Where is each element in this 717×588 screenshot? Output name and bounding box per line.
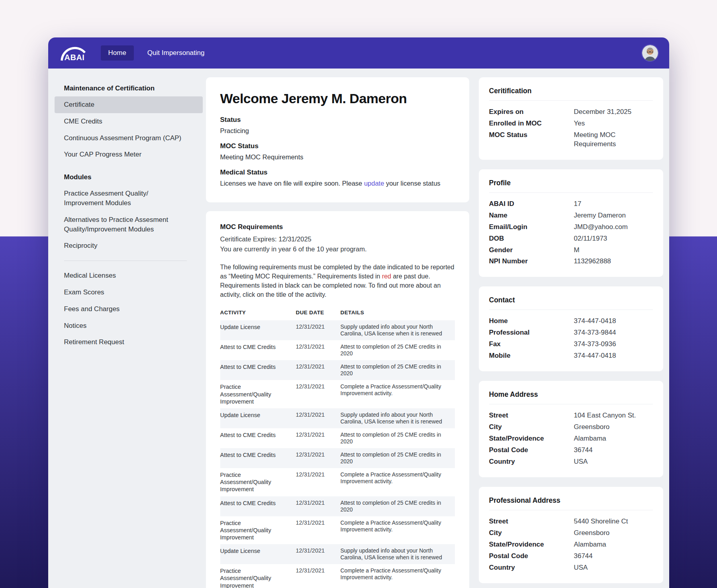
details-cell: Complete a Practice Assessment/Quality I… xyxy=(341,471,451,493)
profile-card-title: Profile xyxy=(489,179,653,193)
sidebar-item-exam-scores[interactable]: Exam Scores xyxy=(55,284,203,301)
info-row: Street 104 East Canyon St. xyxy=(489,410,653,421)
home-address-card-title: Home Address xyxy=(489,390,653,404)
medical-status-field: Medical Status Licenses we have on file … xyxy=(220,169,455,188)
activity-title-link[interactable]: Practice Assessment/Quality Improvement xyxy=(220,567,291,588)
info-row: Email/Login JMD@yahoo.com xyxy=(489,221,653,233)
activity-title-link[interactable]: Practice Assessment/Quality Improvement xyxy=(220,519,291,541)
contact-card-title: Contact xyxy=(489,296,653,310)
sidebar-item-alternatives-modules[interactable]: Alternatives to Practice Assesment Quali… xyxy=(55,212,203,238)
sidebar-item-cap-progress-meter[interactable]: Your CAP Progress Meter xyxy=(55,146,203,163)
info-row: MOC Status Meeting MOC Requirements xyxy=(489,129,653,150)
top-navbar: ABAI Home Quit Impersonating xyxy=(48,37,669,69)
page-title: Welcome Jeremy M. Dameron xyxy=(220,91,455,106)
table-row: Practice Assessment/Quality Improvement … xyxy=(220,380,455,408)
info-label: Home xyxy=(489,317,574,326)
nav-item-quit-impersonating[interactable]: Quit Impersonating xyxy=(147,49,205,57)
info-label: ABAI ID xyxy=(489,200,574,209)
info-label: Email/Login xyxy=(489,223,574,232)
details-cell: Supply updated info about your North Car… xyxy=(341,412,451,425)
table-body: Update License 12/31/2021 Supply updated… xyxy=(220,320,455,588)
info-value: 36744 xyxy=(574,446,593,455)
activity-title-link[interactable]: Attest to CME Credits xyxy=(220,500,291,513)
activity-title-link[interactable]: Update License xyxy=(220,323,291,337)
medical-status-text-post: your license status xyxy=(384,180,440,187)
update-license-link[interactable]: update xyxy=(364,180,384,187)
sidebar-item-cme-credits[interactable]: CME Credits xyxy=(55,113,203,130)
info-label: Country xyxy=(489,563,574,572)
info-row: Street 5440 Shoreline Ct xyxy=(489,516,653,527)
moc-status-label: MOC Status xyxy=(220,142,455,150)
info-value: 374-373-9844 xyxy=(574,328,616,337)
due-date-cell: 12/31/2021 xyxy=(296,471,336,493)
sidebar-item-medical-licenses[interactable]: Medical Licenses xyxy=(55,267,203,284)
right-column: Ceritification Expires on December 31,20… xyxy=(479,77,663,583)
details-cell: Attest to completion of 25 CME credits i… xyxy=(341,431,451,445)
info-label: Street xyxy=(489,517,574,526)
sidebar-item-continuous-assesment-program[interactable]: Continuous Assesment Program (CAP) xyxy=(55,130,203,147)
info-value: Jeremy Dameron xyxy=(574,211,626,220)
table-header-row: ACTIVITY DUE DATE DETAILS xyxy=(220,306,455,320)
info-label: Postal Code xyxy=(489,552,574,561)
medical-status-label: Medical Status xyxy=(220,169,455,176)
sidebar-item-notices[interactable]: Notices xyxy=(55,318,203,334)
user-avatar[interactable] xyxy=(642,45,658,61)
sidebar-item-fees-and-charges[interactable]: Fees and Charges xyxy=(55,301,203,318)
activity-title-link[interactable]: Attest to CME Credits xyxy=(220,363,291,377)
status-value: Practicing xyxy=(220,126,455,135)
activity-title-link[interactable]: Attest to CME Credits xyxy=(220,431,291,445)
abai-logo: ABAI xyxy=(59,43,90,63)
info-label: DOB xyxy=(489,234,574,243)
welcome-panel: Welcome Jeremy M. Dameron Status Practic… xyxy=(206,77,469,202)
info-label: Professional xyxy=(489,328,574,337)
info-label: Mobile xyxy=(489,351,574,361)
details-cell: Attest to completion of 25 CME credits i… xyxy=(341,343,451,357)
info-label: NPI Number xyxy=(489,257,574,266)
info-row: Name Jeremy Dameron xyxy=(489,210,653,221)
moc-requirements-panel: MOC Requirements Ceritificate Expires: 1… xyxy=(206,211,469,588)
activity-title-link[interactable]: Practice Assessment/Quality Improvement xyxy=(220,471,291,493)
table-row: Update License 12/31/2021 Supply updated… xyxy=(220,408,455,428)
sidebar-item-certificate[interactable]: Certificate xyxy=(55,96,203,113)
info-value: Greensboro xyxy=(574,529,610,538)
activity-title-link[interactable]: Update License xyxy=(220,547,291,561)
info-label: MOC Status xyxy=(489,131,574,149)
sidebar-item-reciprocity[interactable]: Reciprocity xyxy=(55,237,203,254)
info-label: Fax xyxy=(489,340,574,349)
table-row: Attest to CME Credits 12/31/2021 Attest … xyxy=(220,360,455,380)
info-row: Expires on December 31,2025 xyxy=(489,106,653,118)
due-date-cell: 12/31/2021 xyxy=(296,567,336,588)
info-row: Postal Code 36744 xyxy=(489,551,653,562)
column-header-activity: ACTIVITY xyxy=(220,310,291,316)
info-row: Fax 374-373-0936 xyxy=(489,339,653,350)
info-label: State/Providence xyxy=(489,540,574,549)
activity-title-link[interactable]: Attest to CME Credits xyxy=(220,343,291,357)
certificate-expires-line: Ceritificate Expires: 12/31/2025 xyxy=(220,234,455,244)
activity-title-link[interactable]: Practice Assessment/Quality Improvement xyxy=(220,383,291,405)
due-date-cell: 12/31/2021 xyxy=(296,500,336,513)
table-row: Attest to CME Credits 12/31/2021 Attest … xyxy=(220,448,455,468)
info-value: 374-447-0418 xyxy=(574,317,616,326)
medical-status-value: Licenses we have on file will expire soo… xyxy=(220,179,455,188)
table-row: Attest to CME Credits 12/31/2021 Attest … xyxy=(220,340,455,360)
activity-title-link[interactable]: Update License xyxy=(220,412,291,425)
sidebar-header-modules: Modules xyxy=(48,169,206,185)
info-value: 1132962888 xyxy=(574,257,611,266)
info-label: City xyxy=(489,529,574,538)
sidebar-item-practice-assesment-modules[interactable]: Practice Assesment Quality/ Improvement … xyxy=(55,185,203,212)
brand-text: ABAI xyxy=(65,53,85,62)
info-value: JMD@yahoo.com xyxy=(574,223,628,232)
activity-title-link[interactable]: Attest to CME Credits xyxy=(220,451,291,465)
info-value: USA xyxy=(574,563,588,572)
profile-card: Profile ABAI ID 17 Name Jeremy Dameron E… xyxy=(479,169,663,277)
info-row: Mobile 374-447-0418 xyxy=(489,350,653,362)
info-value: 5440 Shoreline Ct xyxy=(574,517,628,526)
info-value: 374-373-0936 xyxy=(574,340,616,349)
sidebar-item-retirement-request[interactable]: Retirement Request xyxy=(55,334,203,351)
nav-item-home[interactable]: Home xyxy=(101,45,134,61)
home-address-card: Home Address Street 104 East Canyon St. … xyxy=(479,381,663,477)
sidebar-divider xyxy=(64,261,187,261)
info-label: Name xyxy=(489,211,574,220)
column-header-details: DETAILS xyxy=(341,310,451,316)
due-date-cell: 12/31/2021 xyxy=(296,431,336,445)
